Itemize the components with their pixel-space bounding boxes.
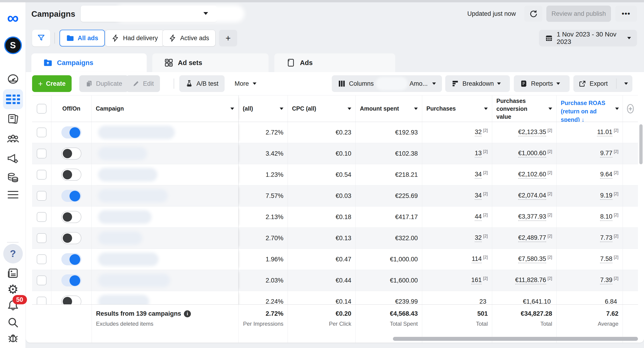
- row-checkbox[interactable]: [37, 233, 46, 243]
- conversion-value-cell[interactable]: €11,828.76[2]: [492, 270, 556, 291]
- add-filter-tab-button[interactable]: +: [219, 30, 237, 46]
- roas-cell[interactable]: 7.73[2]: [556, 228, 623, 249]
- meta-logo-icon[interactable]: ∞: [7, 10, 19, 26]
- row-checkbox[interactable]: [37, 191, 46, 201]
- filter-tab-active-ads[interactable]: Active ads: [162, 30, 216, 46]
- export-dropdown[interactable]: [620, 75, 632, 92]
- campaign-toggle[interactable]: [62, 211, 81, 223]
- chevron-down-icon[interactable]: [348, 108, 351, 110]
- ad-account-selector[interactable]: [81, 5, 217, 22]
- sidebar-item-billing[interactable]: [0, 170, 26, 185]
- business-avatar[interactable]: S: [4, 36, 22, 54]
- chevron-down-icon[interactable]: [280, 108, 284, 110]
- roas-cell[interactable]: 9.77[2]: [556, 143, 623, 164]
- row-checkbox[interactable]: [37, 170, 46, 180]
- sidebar-item-all-tools[interactable]: [0, 190, 26, 200]
- filter-tab-all-ads[interactable]: All ads: [60, 30, 105, 46]
- conversion-value-cell[interactable]: €2,074.04[2]: [492, 185, 556, 206]
- sidebar-item-help[interactable]: ?: [0, 244, 26, 264]
- add-column-icon[interactable]: +: [627, 104, 634, 113]
- more-button[interactable]: More: [228, 75, 262, 92]
- purchases-cell[interactable]: 44[2]: [422, 207, 492, 227]
- ab-test-button[interactable]: A/B test: [179, 75, 224, 92]
- roas-cell[interactable]: 7.58[2]: [556, 249, 623, 270]
- date-range-selector[interactable]: 1 Nov 2023 - 30 Nov 2023: [539, 30, 637, 46]
- chevron-down-icon[interactable]: [615, 108, 619, 110]
- campaign-name-redacted[interactable]: [98, 168, 158, 181]
- row-checkbox[interactable]: [37, 276, 46, 285]
- filters-button[interactable]: [32, 30, 50, 46]
- sidebar-item-report-bug[interactable]: [0, 331, 26, 345]
- conversion-value-cell[interactable]: €1,000.60[2]: [492, 143, 556, 164]
- conversion-value-cell[interactable]: €3,377.93[2]: [492, 207, 556, 227]
- row-checkbox[interactable]: [37, 212, 46, 222]
- tab-ads[interactable]: Ads: [274, 53, 395, 72]
- campaign-toggle[interactable]: [62, 126, 81, 138]
- sidebar-item-campaigns[interactable]: [0, 89, 26, 110]
- conversion-value-cell[interactable]: €2,102.60[2]: [492, 164, 556, 185]
- roas-cell[interactable]: 8.10[2]: [556, 207, 623, 227]
- chevron-down-icon[interactable]: [230, 108, 234, 110]
- conversion-value-cell[interactable]: €2,489.77[2]: [492, 228, 556, 249]
- horizontal-scrollbar[interactable]: [393, 337, 638, 341]
- row-checkbox[interactable]: [37, 149, 46, 158]
- sidebar-item-ads-reporting[interactable]: [0, 111, 26, 126]
- purchases-cell[interactable]: 13[2]: [422, 143, 492, 164]
- export-main[interactable]: Export: [573, 75, 613, 92]
- conversion-value-cell[interactable]: €7,580.35[2]: [492, 249, 556, 270]
- duplicate-button[interactable]: Duplicate: [79, 75, 128, 92]
- purchases-cell[interactable]: 34[2]: [422, 164, 492, 185]
- purchases-cell[interactable]: 34[2]: [422, 185, 492, 206]
- sidebar-item-search[interactable]: [0, 316, 26, 330]
- refresh-button[interactable]: [524, 5, 542, 22]
- roas-cell[interactable]: 6.84: [556, 291, 623, 304]
- chevron-down-icon[interactable]: [548, 108, 552, 110]
- campaign-toggle[interactable]: [62, 296, 81, 304]
- campaign-name-redacted[interactable]: [98, 147, 147, 160]
- purchases-cell[interactable]: 161[2]: [422, 270, 492, 291]
- conversion-value-cell[interactable]: €1,641.10: [492, 291, 556, 304]
- chevron-down-icon[interactable]: [414, 108, 418, 110]
- campaign-toggle[interactable]: [62, 232, 81, 244]
- row-checkbox[interactable]: [37, 254, 46, 264]
- vertical-scrollbar[interactable]: [639, 124, 642, 164]
- campaign-name-redacted[interactable]: [98, 210, 152, 224]
- col-header-purchase-roas[interactable]: Purchase ROAS (return on ad spend) ↓: [556, 95, 623, 122]
- col-header-amount-spent[interactable]: Amount spent: [360, 105, 399, 112]
- sidebar-item-audiences[interactable]: [0, 131, 26, 146]
- campaign-toggle[interactable]: [62, 169, 81, 181]
- reports-button[interactable]: Reports: [514, 75, 570, 92]
- col-header-campaign[interactable]: Campaign: [96, 105, 124, 112]
- purchases-cell[interactable]: 114[2]: [422, 249, 492, 270]
- tab-campaigns[interactable]: Campaigns: [32, 53, 147, 72]
- col-header-conversion-value[interactable]: Purchases conversion value: [496, 97, 543, 121]
- col-header-purchases[interactable]: Purchases: [426, 105, 456, 112]
- campaign-name-redacted[interactable]: [98, 274, 170, 287]
- row-checkbox[interactable]: [37, 297, 46, 304]
- filter-tab-had-delivery[interactable]: Had delivery: [105, 30, 164, 46]
- roas-cell[interactable]: 7.39[2]: [556, 270, 623, 291]
- campaign-toggle[interactable]: [62, 253, 81, 265]
- roas-cell[interactable]: 9.64[2]: [556, 164, 623, 185]
- sidebar-item-ads-settings[interactable]: [0, 151, 26, 166]
- campaign-toggle[interactable]: [62, 190, 81, 202]
- purchases-cell[interactable]: 23: [422, 291, 492, 304]
- campaign-toggle[interactable]: [62, 274, 81, 287]
- create-button[interactable]: +Create: [32, 75, 72, 92]
- purchases-cell[interactable]: 32[2]: [422, 122, 492, 143]
- sidebar-item-updates[interactable]: [0, 266, 26, 280]
- col-header-off-on[interactable]: Off/On: [62, 105, 80, 112]
- row-checkbox[interactable]: [37, 128, 46, 137]
- sidebar-item-overview[interactable]: [0, 71, 26, 86]
- sidebar-item-settings[interactable]: ⚙: [0, 282, 26, 297]
- review-and-publish-button[interactable]: Review and publish: [546, 5, 611, 22]
- select-all-checkbox[interactable]: [37, 104, 46, 114]
- info-icon[interactable]: i: [184, 310, 191, 317]
- campaign-name-redacted[interactable]: [98, 253, 158, 266]
- columns-button[interactable]: Columns Amo...: [332, 75, 442, 92]
- col-header-cpc[interactable]: CPC (all): [292, 105, 316, 112]
- conversion-value-cell[interactable]: €2,123.35[2]: [492, 122, 556, 143]
- sidebar-item-notifications[interactable]: 50: [0, 298, 26, 313]
- col-header-ctr[interactable]: (all): [243, 105, 253, 112]
- campaign-toggle[interactable]: [62, 147, 81, 160]
